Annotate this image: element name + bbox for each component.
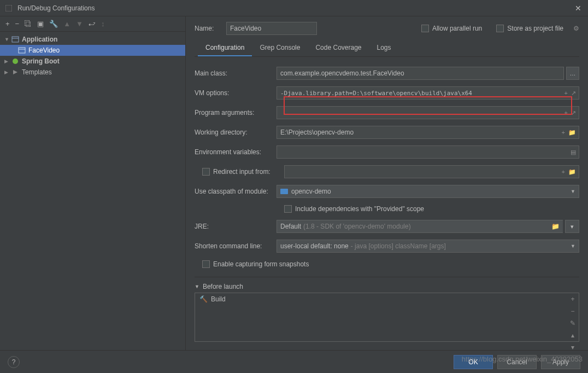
tree-node-templates[interactable]: ▶ Templates — [0, 67, 185, 78]
chevron-down-icon: ▼ — [4, 37, 11, 42]
tree-node-springboot[interactable]: ▶ Spring Boot — [0, 56, 185, 67]
row-program-args: Program arguments: +↗ — [195, 103, 579, 123]
row-jre: JRE: Default (1.8 - SDK of 'opencv-demo'… — [195, 217, 579, 236]
up-icon[interactable]: ▲ — [63, 20, 70, 28]
working-dir-input[interactable] — [277, 126, 579, 139]
edit-task-icon[interactable]: ✎ — [568, 318, 578, 328]
help-button[interactable]: ? — [8, 356, 20, 368]
name-row: Name: Allow parallel run Store as projec… — [195, 22, 579, 35]
checkbox-label: Store as project file — [507, 25, 563, 32]
select-value: user-local default: none — [280, 242, 349, 250]
tree-node-facevideo[interactable]: FaceVideo — [0, 45, 185, 56]
folder-icon: 📁 — [568, 168, 576, 176]
application-icon — [17, 47, 26, 54]
tab-bar: Configuration Grep Console Code Coverage… — [195, 40, 579, 57]
fullscreen-icon[interactable]: ↗ — [571, 109, 576, 116]
name-input[interactable] — [226, 22, 317, 35]
vm-options-input[interactable] — [277, 86, 579, 100]
redirect-input-field — [284, 165, 579, 178]
config-form: Main class: … VM options: +↗ Program arg… — [195, 57, 579, 342]
expand-icon[interactable]: + — [562, 129, 565, 136]
include-provided-checkbox[interactable]: Include dependencies with "Provided" sco… — [284, 205, 424, 213]
chevron-down-icon: ▼ — [571, 243, 575, 249]
browse-main-class-button[interactable]: … — [566, 67, 579, 80]
cancel-button[interactable]: Cancel — [497, 355, 537, 369]
svg-rect-3 — [19, 48, 25, 53]
sort-icon[interactable]: ↕ — [101, 20, 105, 28]
folder-icon[interactable]: ⮐ — [89, 20, 96, 28]
apply-button[interactable]: Apply — [541, 355, 580, 369]
add-icon[interactable]: + — [5, 20, 10, 28]
module-icon — [280, 189, 288, 194]
expand-icon: + — [562, 168, 565, 176]
snapshots-checkbox[interactable]: Enable capturing form snapshots — [202, 260, 309, 268]
main-area: + − ⿻ ▣ 🔧 ▲ ▼ ⮐ ↕ ▼ Application FaceVide… — [0, 16, 588, 350]
redirect-input-checkbox[interactable]: Redirect input from: — [202, 168, 284, 176]
title-bar: Run/Debug Configurations ✕ — [0, 0, 588, 16]
remove-icon[interactable]: − — [15, 20, 20, 28]
templates-icon — [11, 69, 20, 75]
shorten-select[interactable]: user-local default: none - java [options… — [277, 240, 579, 253]
jre-dropdown-button[interactable]: ▾ — [565, 220, 579, 233]
tab-code-coverage[interactable]: Code Coverage — [308, 40, 369, 56]
row-main-class: Main class: … — [195, 63, 579, 83]
config-toolbar: + − ⿻ ▣ 🔧 ▲ ▼ ⮐ ↕ — [0, 16, 185, 32]
item-label: Build — [211, 295, 226, 303]
before-launch-header[interactable]: ▼ Before launch — [195, 283, 579, 290]
jre-label: JRE: — [195, 223, 277, 230]
env-vars-input[interactable] — [277, 145, 579, 159]
tab-logs[interactable]: Logs — [369, 40, 399, 56]
tab-grep-console[interactable]: Grep Console — [252, 40, 308, 56]
save-icon[interactable]: ▣ — [37, 20, 44, 28]
down-icon[interactable]: ▼ — [76, 20, 83, 28]
jre-select[interactable]: Default (1.8 - SDK of 'opencv-demo' modu… — [277, 220, 563, 233]
chevron-down-icon: ▼ — [571, 189, 575, 194]
move-up-icon[interactable]: ▴ — [568, 330, 578, 340]
shorten-label: Shorten command line: — [195, 242, 277, 250]
row-working-dir: Working directory: +📁 — [195, 123, 579, 142]
row-redirect-input: Redirect input from: +📁 — [195, 162, 579, 182]
fullscreen-icon[interactable]: ↗ — [571, 90, 576, 97]
classpath-label: Use classpath of module: — [195, 188, 277, 195]
chevron-down-icon: ▼ — [195, 284, 199, 289]
svg-rect-1 — [12, 37, 19, 42]
gear-icon[interactable]: ⚙ — [573, 25, 579, 32]
spring-icon — [11, 58, 20, 65]
tab-configuration[interactable]: Configuration — [198, 40, 252, 56]
before-launch-item-build[interactable]: 🔨 Build — [195, 293, 579, 305]
remove-task-icon[interactable]: − — [568, 306, 578, 316]
row-classpath: Use classpath of module: opencv-demo ▼ — [195, 182, 579, 201]
list-icon[interactable]: ▤ — [571, 149, 576, 156]
tree-node-application[interactable]: ▼ Application — [0, 34, 185, 45]
right-panel: Name: Allow parallel run Store as projec… — [186, 16, 588, 350]
wrench-icon[interactable]: 🔧 — [49, 20, 58, 28]
main-class-input[interactable] — [277, 67, 564, 80]
config-tree[interactable]: ▼ Application FaceVideo ▶ Spring Boot ▶ … — [0, 32, 185, 350]
row-env-vars: Environment variables: ▤ — [195, 142, 579, 162]
checkbox-label: Include dependencies with "Provided" sco… — [295, 205, 424, 213]
chevron-right-icon: ▶ — [4, 69, 11, 75]
ok-button[interactable]: OK — [454, 355, 493, 369]
env-vars-label: Environment variables: — [195, 148, 277, 156]
expand-icon[interactable]: + — [565, 90, 568, 97]
left-panel: + − ⿻ ▣ 🔧 ▲ ▼ ⮐ ↕ ▼ Application FaceVide… — [0, 16, 186, 350]
section-title: Before launch — [203, 283, 243, 290]
select-value: opencv-demo — [291, 188, 331, 195]
folder-icon[interactable]: 📁 — [568, 129, 576, 136]
row-shorten-cmdline: Shorten command line: user-local default… — [195, 236, 579, 256]
vm-options-label: VM options: — [195, 89, 277, 97]
classpath-select[interactable]: opencv-demo ▼ — [277, 185, 579, 198]
expand-icon[interactable]: + — [565, 109, 568, 116]
svg-rect-0 — [5, 5, 12, 11]
jre-hint: (1.8 - SDK of 'opencv-demo' module) — [303, 223, 411, 230]
program-args-input[interactable] — [277, 106, 579, 119]
hammer-icon: 🔨 — [199, 295, 208, 303]
copy-icon[interactable]: ⿻ — [25, 20, 32, 28]
tree-label: Spring Boot — [22, 57, 60, 65]
close-icon[interactable]: ✕ — [573, 4, 584, 13]
select-value: Default — [280, 223, 301, 230]
store-project-checkbox[interactable]: Store as project file — [496, 25, 563, 32]
allow-parallel-checkbox[interactable]: Allow parallel run — [421, 25, 482, 32]
add-task-icon[interactable]: + — [568, 294, 578, 304]
name-label: Name: — [195, 25, 220, 32]
